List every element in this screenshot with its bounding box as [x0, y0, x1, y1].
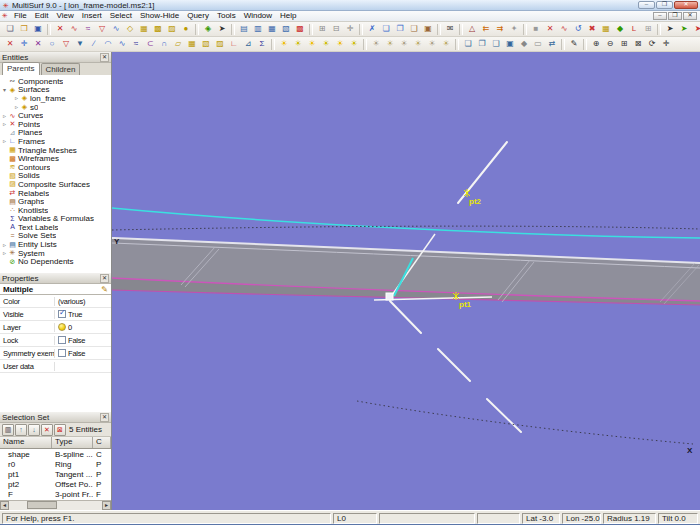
tree-item[interactable]: A Text Labels	[0, 223, 111, 232]
edit-contour-icon[interactable]: ◆	[613, 22, 627, 37]
tree-item[interactable]: ▦ Triangle Meshes	[0, 146, 111, 155]
hide-children-icon[interactable]: ☀	[411, 37, 425, 52]
tree-item[interactable]: ▹ ✳ System	[0, 249, 111, 258]
child-minimize-button[interactable]: –	[653, 12, 667, 20]
expander-icon[interactable]: ▹	[1, 137, 8, 145]
clear-selection-icon[interactable]: ⊠	[54, 424, 66, 436]
tree-item[interactable]: ▧ Solids	[0, 172, 111, 181]
menu-item[interactable]: Help	[276, 11, 300, 21]
toggle-visibility-icon[interactable]: ⇄	[545, 37, 559, 52]
menu-item[interactable]: Select	[106, 11, 136, 21]
rotate-view-icon[interactable]: ⟳	[645, 37, 659, 52]
expander-icon[interactable]: ▹	[1, 120, 8, 128]
crosshair-icon[interactable]: ✛	[343, 22, 357, 37]
quick-dialog-icon[interactable]: ◈	[201, 22, 215, 37]
sub-curve-icon[interactable]: ⊂	[143, 37, 157, 52]
save-file-icon[interactable]: ▣	[31, 22, 45, 37]
show-children-icon[interactable]: ☀	[319, 37, 333, 52]
table-row[interactable]: shape B-spline ... C	[0, 449, 111, 459]
close-icon[interactable]: ✕	[100, 413, 109, 422]
column-header[interactable]: Type	[52, 437, 93, 448]
edit-point-icon[interactable]: ✕	[543, 22, 557, 37]
hide-named-icon[interactable]: ☀	[383, 37, 397, 52]
mesh-icon[interactable]: △	[465, 22, 479, 37]
visibility-paste-icon[interactable]: ❐	[475, 37, 489, 52]
duplicate-icon[interactable]: ❐	[393, 22, 407, 37]
close-icon[interactable]: ✕	[100, 53, 109, 62]
scrollbar-track[interactable]	[9, 501, 102, 510]
shift-right-icon[interactable]: ⇉	[493, 22, 507, 37]
scroll-left-icon[interactable]: ◂	[0, 501, 9, 510]
insert-solid-icon[interactable]: ▩	[151, 22, 165, 37]
expander-icon[interactable]: ▹	[1, 112, 8, 120]
property-row[interactable]: User data	[0, 360, 111, 373]
move-down-icon[interactable]: ↓	[28, 424, 40, 436]
tree-item[interactable]: ∴ Knotlists	[0, 206, 111, 215]
property-flag-icon[interactable]	[58, 323, 66, 331]
view-wireframe-icon[interactable]: ▤	[237, 22, 251, 37]
child-restore-button[interactable]: ❐	[668, 12, 682, 20]
property-flag-icon[interactable]	[58, 310, 66, 318]
property-flag-icon[interactable]	[58, 349, 66, 357]
property-row[interactable]: Color (various)	[0, 295, 111, 308]
frame-icon[interactable]: ∟	[227, 37, 241, 52]
visibility-recall-icon[interactable]: ▣	[503, 37, 517, 52]
tree-item[interactable]: ⇄ Relabels	[0, 189, 111, 198]
tree-item[interactable]: ▹ ◈ s0	[0, 103, 111, 112]
tree-item[interactable]: ▹ ▤ Entity Lists	[0, 240, 111, 249]
property-value[interactable]: True	[55, 310, 111, 319]
ruled-surface-icon[interactable]: ▱	[171, 37, 185, 52]
snap-grid-icon[interactable]: ⊞	[315, 22, 329, 37]
close-icon[interactable]: ✕	[100, 274, 109, 283]
magnet-icon[interactable]: ▽	[59, 37, 73, 52]
edit-surface-icon[interactable]: ▦	[599, 22, 613, 37]
point-offset-icon[interactable]: ✛	[17, 37, 31, 52]
select-add-icon[interactable]: ➤	[677, 22, 691, 37]
tree-item[interactable]: ▹ ◈ lon_frame	[0, 94, 111, 103]
edit-curve-icon[interactable]: ∿	[557, 22, 571, 37]
bspline-surface-icon[interactable]: ▦	[185, 37, 199, 52]
zoom-window-icon[interactable]: ⊞	[617, 37, 631, 52]
edit-ring-icon[interactable]: ↺	[571, 22, 585, 37]
show-selected-icon[interactable]: ◆	[517, 37, 531, 52]
bspline-curve-icon[interactable]: ∿	[115, 37, 129, 52]
cspline-curve-icon[interactable]: ≈	[129, 37, 143, 52]
delete-icon[interactable]: ✗	[365, 22, 379, 37]
swept-surface-icon[interactable]: ▧	[199, 37, 213, 52]
property-row[interactable]: Visible True	[0, 308, 111, 321]
insert-sphere-icon[interactable]: ●	[179, 22, 193, 37]
tree-item[interactable]: ▤ Graphs	[0, 197, 111, 206]
view-side-icon[interactable]: ▦	[265, 22, 279, 37]
ruler-icon[interactable]: ⊟	[329, 22, 343, 37]
column-header[interactable]: C	[93, 437, 111, 448]
show-icon[interactable]: ☀	[277, 37, 291, 52]
show-named-icon[interactable]: ☀	[291, 37, 305, 52]
visibility-copy-icon[interactable]: ❏	[461, 37, 475, 52]
clone-icon[interactable]: ▣	[421, 22, 435, 37]
edit-frame-icon[interactable]: L	[627, 22, 641, 37]
show-parents-icon[interactable]: ☀	[305, 37, 319, 52]
tree-item[interactable]: ⊘ No Dependents	[0, 257, 111, 266]
projected-curve-icon[interactable]: ∩	[157, 37, 171, 52]
insert-point-icon[interactable]: ✕	[53, 22, 67, 37]
tree-item[interactable]: ⊿ Planes	[0, 129, 111, 138]
menu-item[interactable]: View	[53, 11, 78, 21]
visibility-store-icon[interactable]: ❑	[489, 37, 503, 52]
table-row[interactable]: pt1 Tangent ... P	[0, 469, 111, 479]
pointer-icon[interactable]: ➤	[215, 22, 229, 37]
properties-header-icon[interactable]: ✎	[101, 285, 108, 294]
insert-surface-icon[interactable]: ◇	[123, 22, 137, 37]
expander-icon[interactable]: ▾	[1, 86, 8, 94]
tree-item[interactable]: ∾ Components	[0, 77, 111, 86]
tab-parents[interactable]: Parents	[2, 62, 40, 75]
tree-item[interactable]: Σ Variables & Formulas	[0, 215, 111, 224]
menu-item[interactable]: Tools	[213, 11, 240, 21]
hide-icon[interactable]: ☀	[369, 37, 383, 52]
expander-icon[interactable]: ▹	[13, 103, 20, 111]
menu-item[interactable]: Show-Hide	[136, 11, 183, 21]
move-up-icon[interactable]: ↑	[15, 424, 27, 436]
ring-icon[interactable]: ○	[45, 37, 59, 52]
insert-magnet-icon[interactable]: ▽	[95, 22, 109, 37]
menu-item[interactable]: Query	[183, 11, 213, 21]
property-row[interactable]: Layer 0	[0, 321, 111, 334]
